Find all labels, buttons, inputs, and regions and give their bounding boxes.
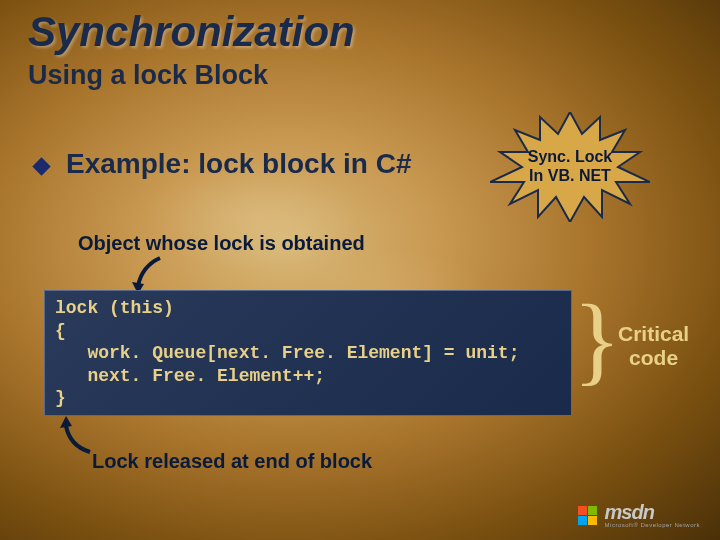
code-block: lock (this) { work. Queue[next. Free. El… xyxy=(44,290,572,416)
bullet-row: Example: lock block in C# xyxy=(35,148,411,180)
arrow-up-icon xyxy=(60,414,100,454)
msdn-logo: msdn Microsoft® Developer Network xyxy=(578,502,700,528)
critical-code-label: Criticalcode xyxy=(618,322,689,370)
slide-title: Synchronization xyxy=(28,8,355,56)
slide-subtitle: Using a lock Block xyxy=(28,60,268,91)
logo-text: msdn xyxy=(605,502,654,522)
annotation-lock-released: Lock released at end of block xyxy=(92,450,372,473)
starburst-line2: In VB. NET xyxy=(529,167,611,184)
svg-marker-2 xyxy=(60,416,72,428)
brace-icon: } xyxy=(573,290,621,390)
microsoft-icon xyxy=(578,506,597,525)
bullet-icon xyxy=(32,157,50,175)
annotation-object-lock: Object whose lock is obtained xyxy=(78,232,365,255)
starburst-line1: Sync. Lock xyxy=(528,148,612,165)
bullet-text: Example: lock block in C# xyxy=(66,148,411,180)
logo-subtext: Microsoft® Developer Network xyxy=(605,522,700,528)
starburst-callout: Sync. Lock In VB. NET xyxy=(490,112,650,222)
